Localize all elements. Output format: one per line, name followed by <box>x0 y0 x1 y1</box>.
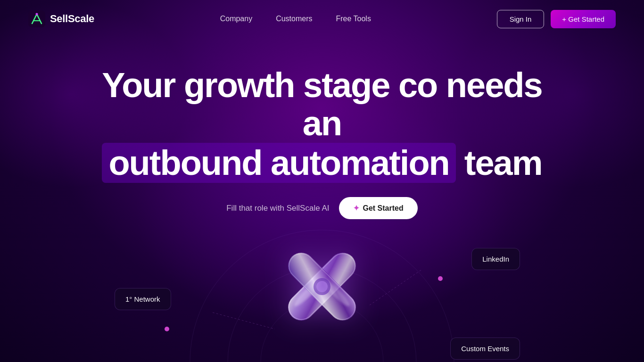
nav-link-company[interactable]: Company <box>220 15 252 23</box>
linkedin-label: LinkedIn <box>482 255 509 263</box>
hero-section: Your growth stage co needs an outbound a… <box>0 38 644 219</box>
card-custom-events: Custom Events <box>450 337 520 360</box>
svg-point-1 <box>36 13 38 16</box>
network-label: 1° Network <box>125 295 160 303</box>
svg-point-14 <box>316 281 328 292</box>
hero-cta-label: Get Started <box>363 204 404 213</box>
star-icon: ✦ <box>353 204 359 213</box>
signin-button[interactable]: Sign In <box>497 10 545 28</box>
hero-title-line1: Your growth stage co needs an <box>98 66 546 143</box>
hero-subtitle: Fill that role with SellScale AI ✦ Get S… <box>0 197 644 219</box>
nav-actions: Sign In + Get Started <box>497 10 616 28</box>
card-network: 1° Network <box>115 288 171 310</box>
hero-subtitle-text: Fill that role with SellScale AI <box>226 204 329 213</box>
card-linkedin: LinkedIn <box>471 248 520 270</box>
hero-title-line2: outbound automation team <box>98 143 546 183</box>
network-dot <box>165 327 169 331</box>
page-wrapper: SellScale Company Customers Free Tools S… <box>0 0 644 362</box>
linkedin-dot <box>438 276 443 281</box>
hero-3d-object <box>256 225 388 348</box>
nav-links: Company Customers Free Tools <box>220 15 371 23</box>
custom-events-label: Custom Events <box>461 345 509 353</box>
nav-link-customers[interactable]: Customers <box>276 15 312 23</box>
svg-rect-0 <box>28 10 45 27</box>
get-started-nav-button[interactable]: + Get Started <box>551 10 616 28</box>
logo-icon <box>28 10 45 27</box>
nav-link-free-tools[interactable]: Free Tools <box>336 15 371 23</box>
hero-highlight: outbound automation <box>102 143 455 183</box>
get-started-hero-button[interactable]: ✦ Get Started <box>339 197 418 219</box>
logo[interactable]: SellScale <box>28 10 94 27</box>
logo-text: SellScale <box>50 13 94 25</box>
navbar: SellScale Company Customers Free Tools S… <box>0 0 644 38</box>
hero-title: Your growth stage co needs an outbound a… <box>98 66 546 183</box>
